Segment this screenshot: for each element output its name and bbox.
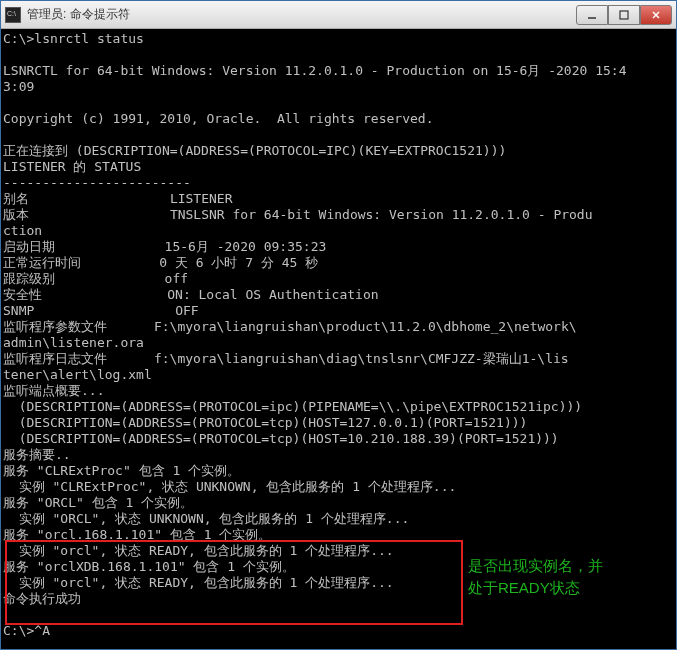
output-line: 别名 LISTENER — [3, 191, 233, 206]
output-line: (DESCRIPTION=(ADDRESS=(PROTOCOL=tcp)(HOS… — [3, 431, 559, 446]
command: lsnrctl status — [34, 31, 144, 46]
prompt: C:\> — [3, 31, 34, 46]
output-line: 监听端点概要... — [3, 383, 104, 398]
output-line: 实例 "CLRExtProc", 状态 UNKNOWN, 包含此服务的 1 个处… — [3, 479, 456, 494]
output-line: 启动日期 15-6月 -2020 09:35:23 — [3, 239, 326, 254]
output-line: admin\listener.ora — [3, 335, 144, 350]
output-line: Copyright (c) 1991, 2010, Oracle. All ri… — [3, 111, 433, 126]
output-line: 服务 "orclXDB.168.1.101" 包含 1 个实例。 — [3, 559, 295, 574]
output-line: 命令执行成功 — [3, 591, 81, 606]
cmd-icon — [5, 7, 21, 23]
output-line: 正在连接到 (DESCRIPTION=(ADDRESS=(PROTOCOL=IP… — [3, 143, 506, 158]
cmd-window: 管理员: 命令提示符 C:\>lsnrctl status LSNRCTL fo… — [0, 0, 677, 650]
output-line: 正常运行时间 0 天 6 小时 7 分 45 秒 — [3, 255, 318, 270]
output-line: 3:09 — [3, 79, 34, 94]
output-line: 安全性 ON: Local OS Authentication — [3, 287, 379, 302]
prompt: C:\>^A — [3, 623, 50, 638]
output-line: tener\alert\log.xml — [3, 367, 152, 382]
output-line: 监听程序参数文件 F:\myora\liangruishan\product\1… — [3, 319, 577, 334]
output-line: 服务摘要.. — [3, 447, 71, 462]
output-line: 版本 TNSLSNR for 64-bit Windows: Version 1… — [3, 207, 593, 222]
output-line: 实例 "orcl", 状态 READY, 包含此服务的 1 个处理程序... — [3, 543, 394, 558]
output-line: 服务 "ORCL" 包含 1 个实例。 — [3, 495, 193, 510]
titlebar[interactable]: 管理员: 命令提示符 — [1, 1, 676, 29]
output-line: 实例 "ORCL", 状态 UNKNOWN, 包含此服务的 1 个处理程序... — [3, 511, 409, 526]
output-line: 实例 "orcl", 状态 READY, 包含此服务的 1 个处理程序... — [3, 575, 394, 590]
output-line: (DESCRIPTION=(ADDRESS=(PROTOCOL=ipc)(PIP… — [3, 399, 582, 414]
output-line: LISTENER 的 STATUS — [3, 159, 141, 174]
terminal-output[interactable]: C:\>lsnrctl status LSNRCTL for 64-bit Wi… — [1, 29, 676, 649]
output-line: (DESCRIPTION=(ADDRESS=(PROTOCOL=tcp)(HOS… — [3, 415, 527, 430]
output-line: ------------------------ — [3, 175, 191, 190]
output-line: SNMP OFF — [3, 303, 199, 318]
output-line: 跟踪级别 off — [3, 271, 188, 286]
maximize-button[interactable] — [608, 5, 640, 25]
close-button[interactable] — [640, 5, 672, 25]
window-title: 管理员: 命令提示符 — [27, 6, 576, 23]
minimize-button[interactable] — [576, 5, 608, 25]
output-line: 监听程序日志文件 f:\myora\liangruishan\diag\tnsl… — [3, 351, 569, 366]
output-line: LSNRCTL for 64-bit Windows: Version 11.2… — [3, 63, 626, 78]
output-line: 服务 "CLRExtProc" 包含 1 个实例。 — [3, 463, 240, 478]
svg-rect-1 — [620, 11, 628, 19]
output-line: ction — [3, 223, 42, 238]
output-line: 服务 "orcl.168.1.101" 包含 1 个实例。 — [3, 527, 271, 542]
window-controls — [576, 5, 672, 25]
